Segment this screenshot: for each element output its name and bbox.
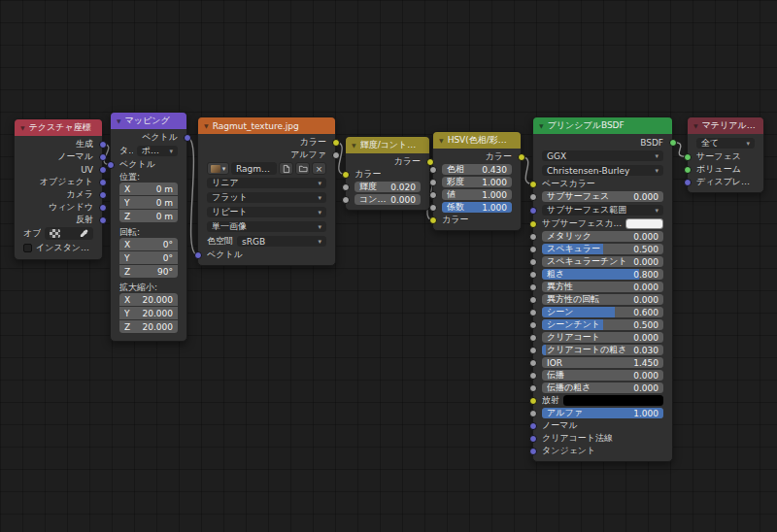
float-socket[interactable] (429, 166, 437, 174)
vector-socket[interactable] (99, 191, 107, 199)
dropdown[interactable]: Christensen-Burley▾ (542, 165, 663, 176)
value-slider[interactable]: シーン0.600 (542, 307, 663, 317)
color-socket[interactable] (529, 181, 537, 188)
color-socket[interactable] (429, 216, 437, 224)
vector-socket[interactable] (99, 166, 107, 174)
unlink-image-button[interactable]: × (312, 162, 326, 175)
vector-component-field[interactable]: Z0 m (119, 210, 178, 222)
float-socket[interactable] (332, 151, 340, 159)
node-brightcontrast[interactable]: ▼輝度/コントラストカラーカラー輝度0.020コントラスト0.000 (345, 136, 430, 211)
value-slider[interactable]: 彩度1.000 (442, 177, 512, 187)
vector-component-field[interactable]: X0 m (119, 183, 178, 195)
dropdown[interactable]: リピート▾ (207, 207, 326, 217)
float-socket[interactable] (529, 410, 537, 417)
node-output[interactable]: ▼マテリアル出力全て▾サーフェスボリュームディスプレイスメン... (687, 116, 764, 193)
value-slider[interactable]: 輝度0.020 (355, 182, 421, 192)
float-socket[interactable] (529, 193, 537, 201)
dropdown[interactable]: sRGB▾ (237, 236, 326, 247)
value-slider[interactable]: 伝播の粗さ0.000 (542, 382, 663, 393)
node-header-texcoord[interactable]: ▼テクスチャ座標 (15, 119, 102, 136)
collapse-arrow-icon[interactable]: ▼ (439, 137, 444, 144)
node-header-brightcontrast[interactable]: ▼輝度/コントラスト (346, 137, 429, 153)
vector-socket[interactable] (184, 134, 191, 142)
collapse-arrow-icon[interactable]: ▼ (352, 142, 356, 149)
value-slider[interactable]: 異方性の回転0.000 (542, 294, 663, 305)
float-socket[interactable] (529, 359, 537, 367)
value-slider[interactable]: クリアコートの粗さ0.030 (542, 345, 663, 355)
node-imagetex[interactable]: ▼Ragmut_texture.jpgカラーアルファ▾Ragmut_textur… (197, 116, 336, 266)
value-slider[interactable]: アルファ1.000 (542, 408, 663, 418)
shader-socket[interactable] (669, 139, 677, 147)
dropdown[interactable]: GGX▾ (542, 150, 663, 161)
vector-component-field[interactable]: Y0° (119, 251, 178, 264)
float-socket[interactable] (342, 183, 350, 191)
object-field[interactable] (45, 227, 93, 240)
float-socket[interactable] (529, 372, 537, 380)
open-image-button[interactable] (295, 162, 310, 175)
vector-socket[interactable] (99, 216, 107, 224)
float-socket[interactable] (529, 384, 537, 392)
vector-socket[interactable] (99, 179, 107, 186)
color-socket[interactable] (518, 153, 525, 161)
value-slider[interactable]: コントラスト0.000 (355, 194, 421, 205)
shader-socket[interactable] (684, 166, 692, 174)
color-swatch[interactable] (625, 218, 663, 229)
node-header-principled[interactable]: ▼プリンシプルBSDF (533, 117, 672, 134)
float-socket[interactable] (529, 334, 537, 342)
float-socket[interactable] (529, 246, 537, 253)
dropdown[interactable]: サブサーフェス範囲▾ (542, 205, 663, 216)
float-socket[interactable] (429, 179, 437, 186)
value-slider[interactable]: 粗さ0.800 (542, 269, 663, 280)
vector-socket[interactable] (99, 141, 107, 149)
vector-socket[interactable] (99, 204, 107, 212)
node-header-hsv[interactable]: ▼HSV(色相/彩度/輝度) (433, 132, 521, 149)
float-socket[interactable] (529, 283, 537, 291)
float-socket[interactable] (342, 196, 350, 204)
color-socket[interactable] (332, 139, 340, 147)
vector-socket[interactable] (529, 435, 537, 443)
value-slider[interactable]: スペキュラー0.500 (542, 244, 663, 254)
collapse-arrow-icon[interactable]: ▼ (539, 122, 544, 129)
value-slider[interactable]: 伝播0.000 (542, 370, 663, 381)
vector-component-field[interactable]: Y0 m (119, 196, 178, 209)
dropdown[interactable]: ポイント▾ (137, 146, 178, 156)
vector-component-field[interactable]: X20.000 (119, 293, 178, 306)
node-header-output[interactable]: ▼マテリアル出力 (688, 117, 763, 134)
value-slider[interactable]: サブサーフェス0.000 (542, 191, 663, 202)
collapse-arrow-icon[interactable]: ▼ (117, 117, 121, 124)
value-slider[interactable]: 値1.000 (442, 189, 512, 200)
dropdown[interactable]: 全て▾ (696, 138, 755, 149)
value-slider[interactable]: メタリック0.000 (542, 231, 663, 242)
dropdown[interactable]: リニア▾ (207, 178, 326, 188)
float-socket[interactable] (429, 191, 437, 199)
new-image-button[interactable] (279, 162, 293, 175)
node-principled[interactable]: ▼プリンシプルBSDFBSDFGGX▾Christensen-Burley▾ベー… (532, 116, 673, 462)
color-socket[interactable] (529, 397, 537, 405)
color-socket[interactable] (426, 158, 434, 166)
float-socket[interactable] (529, 233, 537, 241)
value-slider[interactable]: 係数1.000 (442, 202, 512, 213)
collapse-arrow-icon[interactable]: ▼ (204, 122, 209, 129)
vector-socket[interactable] (529, 422, 537, 430)
shader-socket[interactable] (684, 153, 692, 161)
float-socket[interactable] (529, 296, 537, 304)
node-header-imagetex[interactable]: ▼Ragmut_texture.jpg (198, 117, 335, 134)
node-texcoord[interactable]: ▼テクスチャ座標生成ノーマルUVオブジェクトカメラウィンドウ反射オブインスタンサ… (14, 118, 103, 260)
image-name-field[interactable]: Ragmut_texture... (231, 162, 277, 175)
value-slider[interactable]: IOR1.450 (542, 357, 663, 368)
vector-component-field[interactable]: X0° (119, 238, 178, 250)
vector-component-field[interactable]: Y20.000 (119, 307, 178, 319)
float-socket[interactable] (529, 271, 537, 279)
color-swatch[interactable] (563, 395, 663, 406)
vector-socket[interactable] (107, 161, 115, 169)
value-slider[interactable]: シーンチント0.500 (542, 319, 663, 330)
eyedropper-button[interactable] (80, 229, 88, 238)
float-socket[interactable] (529, 321, 537, 329)
value-slider[interactable]: クリアコート0.000 (542, 332, 663, 343)
vector-socket[interactable] (99, 153, 107, 161)
node-mapping[interactable]: ▼マッピングベクトルタイポイント▾ベクトル位置:X0 mY0 mZ0 m回転:X… (110, 112, 187, 342)
float-socket[interactable] (529, 347, 537, 354)
collapse-arrow-icon[interactable]: ▼ (20, 124, 25, 131)
dropdown[interactable]: 単一画像▾ (207, 221, 326, 232)
value-slider[interactable]: 異方性0.000 (542, 282, 663, 292)
